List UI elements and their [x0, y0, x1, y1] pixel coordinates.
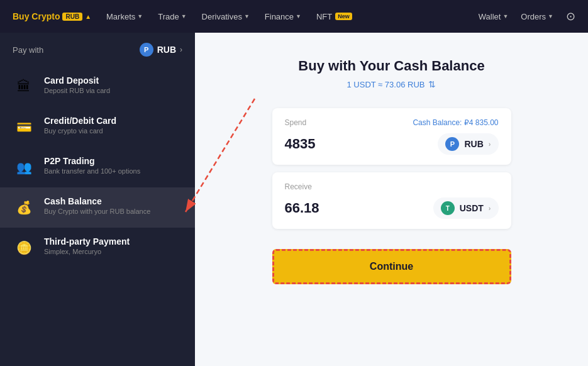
main-layout: Pay with P RUB › 🏛 Card Deposit Deposit …: [0, 33, 588, 366]
cash-balance-text: Cash Balance Buy Crypto with your RUB ba…: [44, 196, 182, 215]
receive-label: Receive: [285, 182, 312, 191]
spend-value: 4835: [285, 136, 316, 152]
receive-currency-chevron: ›: [489, 204, 491, 212]
nav-item-trade[interactable]: Trade ▼: [158, 12, 186, 21]
sidebar-item-p2p[interactable]: 👥 P2P Trading Bank transfer and 100+ opt…: [0, 147, 195, 187]
finance-chevron-icon: ▼: [296, 13, 301, 19]
nav-currency-badge: RUB: [62, 13, 82, 21]
spend-label: Spend: [285, 118, 307, 127]
sidebar: Pay with P RUB › 🏛 Card Deposit Deposit …: [0, 33, 195, 366]
nav-logo-text: Buy Crypto: [13, 11, 60, 21]
p2p-text: P2P Trading Bank transfer and 100+ optio…: [44, 156, 182, 175]
sidebar-item-third-party[interactable]: 🪙 Third-party Payment Simplex, Mercuryo: [0, 228, 195, 268]
nav-profile-icon[interactable]: ⊙: [566, 9, 575, 23]
selected-currency: RUB: [157, 45, 176, 55]
content-area: Buy with Your Cash Balance 1 USDT ≈ 73.0…: [195, 33, 588, 366]
trade-chevron-icon: ▼: [181, 13, 187, 19]
spend-card: Spend Cash Balance: ₽4 835.00 4835 P RUB…: [272, 108, 511, 165]
receive-section: Receive 66.18 T USDT ›: [272, 172, 511, 229]
nav-item-wallet[interactable]: Wallet ▼: [479, 12, 509, 21]
spend-header: Spend Cash Balance: ₽4 835.00: [285, 118, 499, 127]
nav-logo-chevron: ▲: [85, 13, 91, 20]
sidebar-item-credit-debit[interactable]: 💳 Credit/Debit Card Buy crypto via card: [0, 107, 195, 147]
nav-item-derivatives[interactable]: Derivatives ▼: [202, 12, 250, 21]
p-icon: P: [140, 43, 153, 57]
credit-debit-text: Credit/Debit Card Buy crypto via card: [44, 116, 182, 135]
cash-balance-icon: 💰: [13, 196, 35, 219]
receive-input-row: 66.18 T USDT ›: [285, 197, 499, 219]
usdt-icon: T: [441, 201, 455, 215]
sidebar-item-cash-balance[interactable]: 💰 Cash Balance Buy Crypto with your RUB …: [0, 187, 195, 228]
wallet-chevron-icon: ▼: [502, 13, 508, 19]
rub-p-icon: P: [445, 137, 459, 151]
orders-chevron-icon: ▼: [548, 13, 553, 19]
navbar: Buy Crypto RUB ▲ Markets ▼ Trade ▼ Deriv…: [0, 0, 588, 33]
nav-item-finance[interactable]: Finance ▼: [265, 12, 301, 21]
bank-icon: 🏛: [13, 75, 35, 98]
spend-currency-chevron: ›: [489, 140, 491, 148]
receive-currency-label: USDT: [460, 203, 484, 213]
derivatives-chevron-icon: ▼: [244, 13, 250, 19]
third-party-icon: 🪙: [13, 236, 35, 259]
spend-currency-label: RUB: [464, 139, 483, 149]
spend-section: Spend Cash Balance: ₽4 835.00 4835 P RUB…: [272, 108, 511, 165]
nft-new-badge: New: [335, 13, 352, 20]
third-party-text: Third-party Payment Simplex, Mercuryo: [44, 236, 182, 255]
receive-header: Receive: [285, 182, 499, 191]
continue-button[interactable]: Continue: [272, 249, 511, 284]
nav-right: Wallet ▼ Orders ▼ ⊙: [479, 9, 575, 23]
nav-item-nft[interactable]: NFT New: [316, 12, 352, 21]
sidebar-item-card-deposit[interactable]: 🏛 Card Deposit Deposit RUB via card: [0, 67, 195, 107]
receive-value: 66.18: [285, 200, 319, 216]
receive-currency-selector[interactable]: T USDT ›: [433, 197, 499, 219]
spend-currency-selector[interactable]: P RUB ›: [438, 133, 498, 155]
nav-item-markets[interactable]: Markets ▼: [106, 12, 143, 21]
balance-display: Cash Balance: ₽4 835.00: [413, 118, 498, 127]
markets-chevron-icon: ▼: [137, 13, 143, 19]
exchange-icon: ⇅: [428, 79, 436, 89]
pay-with-label: Pay with: [13, 45, 43, 55]
spend-input-row: 4835 P RUB ›: [285, 133, 499, 155]
currency-chevron-icon: ›: [180, 45, 182, 54]
receive-card: Receive 66.18 T USDT ›: [272, 172, 511, 229]
nav-logo[interactable]: Buy Crypto RUB ▲: [13, 11, 91, 21]
nav-item-orders[interactable]: Orders ▼: [521, 12, 553, 21]
currency-badge[interactable]: P RUB ›: [140, 43, 182, 57]
p2p-icon: 👥: [13, 156, 35, 179]
exchange-rate: 1 USDT ≈ 73.06 RUB ⇅: [347, 79, 436, 89]
credit-card-icon: 💳: [13, 116, 35, 138]
card-deposit-text: Card Deposit Deposit RUB via card: [44, 75, 182, 94]
page-title: Buy with Your Cash Balance: [298, 58, 484, 74]
pay-with-header: Pay with P RUB ›: [0, 33, 195, 67]
